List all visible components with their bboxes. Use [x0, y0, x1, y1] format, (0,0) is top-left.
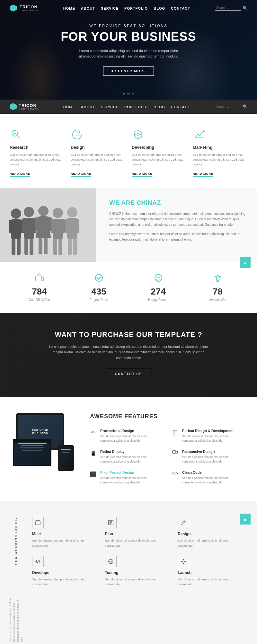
svg-point-36: [67, 207, 77, 217]
clients-number: 274: [128, 287, 188, 297]
research-desc: Sed do eiusmod temporolor sit amet, cons…: [10, 152, 64, 167]
policy-testing: Testing Sed do eiusmod tempor dolor sit …: [105, 556, 172, 587]
sticky-nav-service[interactable]: SERVICE: [101, 105, 119, 109]
brand-name: TRICON: [19, 4, 39, 9]
working-policy-section: OUR WORKING POLICY Lorem provide best se…: [0, 501, 257, 644]
logo[interactable]: TRICON CORPORATE: [10, 4, 39, 12]
svg-rect-24: [30, 239, 33, 255]
cta-description: Lorem ipsum dolor sit amet, consectetur …: [48, 344, 209, 361]
cta-title: WANT TO PURCHASE OUR TEMPLATE ?: [55, 331, 202, 339]
projects-icon: [69, 273, 128, 285]
logo-icon: [10, 4, 17, 12]
plan-desc: Sed do eiusmod tempor dolor sit amet con…: [105, 538, 172, 548]
pencil-icon: ✏: [90, 429, 96, 436]
policy-meet: Meet Sed do eiusmod tempor dolor sit ame…: [32, 517, 99, 548]
hero-dot-2[interactable]: [127, 93, 130, 94]
about-section: WE ARE CHINAZ CHINAZ is the best theme f…: [0, 188, 257, 262]
retina-icon: 📱: [90, 450, 96, 456]
retina-display-desc: Sed do eiusmod tempor olor sit amet, con…: [100, 455, 162, 464]
nav-service[interactable]: SERVICE: [101, 6, 119, 10]
sticky-logo-icon: [10, 103, 17, 110]
policy-sidebar-divider: [16, 569, 16, 594]
sticky-nav-about[interactable]: ABOUT: [81, 105, 95, 109]
about-text-1: CHINAZ is the best theme for elit, sed d…: [109, 211, 246, 227]
stat-projects: 435 Project Done: [69, 273, 128, 302]
develope-icon: [32, 556, 44, 567]
hero-dot-3[interactable]: [132, 93, 134, 94]
developing-read-more[interactable]: READ MORE: [132, 172, 152, 177]
svg-rect-33: [61, 219, 65, 233]
svg-rect-39: [75, 219, 79, 233]
policy-sidebar-desc: Lorem provide best service consectetur a…: [8, 597, 24, 642]
research-read-more[interactable]: READ MORE: [10, 172, 30, 177]
about-text-2: Lorem is a dummy text do eiusmod tempor …: [109, 231, 246, 242]
search-icon[interactable]: 🔍: [243, 6, 247, 10]
policy-develope: Develope Sed do eiusmod tempor dolor sit…: [32, 556, 99, 587]
stat-coffee: 784 Cup Off Coffee: [10, 273, 69, 302]
scroll-top-button[interactable]: ▲: [240, 257, 251, 268]
svg-line-62: [184, 521, 185, 522]
awards-number: 78: [188, 287, 247, 297]
svg-rect-21: [22, 218, 26, 233]
sticky-search-icon[interactable]: 🔍: [243, 104, 247, 109]
svg-rect-15: [9, 220, 13, 233]
sticky-nav-portfolio[interactable]: PORTFOLIO: [124, 105, 148, 109]
features-grid: Research Sed do eiusmod temporolor sit a…: [10, 128, 247, 177]
svg-point-25: [38, 206, 49, 216]
sticky-nav-contact[interactable]: CONTACT: [171, 105, 190, 109]
nav-about[interactable]: ABOUT: [81, 6, 95, 10]
search-input[interactable]: [215, 5, 241, 11]
hero-content: WE PROVIDE BEST SOLUTIONS FOR YOUR BUSIN…: [61, 24, 196, 76]
marketing-desc: Sed do eiusmod tempor olor sit amet, con…: [193, 152, 247, 167]
svg-rect-51: [173, 451, 176, 453]
svg-rect-38: [65, 219, 69, 233]
sticky-nav-blog[interactable]: BLOG: [154, 105, 165, 109]
discover-more-button[interactable]: DISCOVER MORE: [103, 66, 154, 76]
research-icon: [10, 128, 22, 141]
awesome-feature-cleancode: </> Clean Code Sed do eiusmod tempor olo…: [172, 471, 244, 485]
nav-contact[interactable]: CONTACT: [171, 6, 190, 10]
awards-label: Awards Win: [188, 298, 247, 302]
svg-line-1: [17, 136, 20, 138]
nav-home[interactable]: HOME: [63, 6, 75, 10]
contact-us-button[interactable]: CONTACT US: [106, 369, 152, 379]
meet-icon: [32, 517, 44, 528]
policy-design: Design Sed do eiusmod tempor dolor sit a…: [178, 517, 244, 548]
primary-nav: TRICON CORPORATE HOME ABOUT SERVICE PORT…: [0, 0, 257, 16]
design-policy-icon: [178, 517, 189, 528]
develope-desc: Sed do eiusmod tempor dolor sit amet con…: [32, 577, 99, 587]
hero-section: TRICON CORPORATE HOME ABOUT SERVICE PORT…: [0, 0, 257, 100]
design-read-more[interactable]: READ MORE: [71, 172, 91, 177]
svg-point-19: [24, 207, 34, 217]
hero-dots: [123, 93, 134, 94]
coffee-label: Cup Off Coffee: [10, 298, 69, 302]
awesome-feature-perfect: 📋 Perfect Design & Development Sed do ei…: [172, 429, 244, 443]
about-title: WE ARE CHINAZ: [109, 199, 246, 207]
hero-dot-1[interactable]: [123, 93, 125, 94]
sticky-nav: TRICON CORPORATE HOME ABOUT SERVICE PORT…: [0, 100, 257, 114]
svg-point-6: [137, 133, 139, 136]
marketing-read-more[interactable]: READ MORE: [193, 172, 213, 177]
nav-portfolio[interactable]: PORTFOLIO: [124, 6, 148, 10]
marketing-icon: [193, 128, 206, 141]
hero-description: Lorem consectetur adipiscing elit, sed d…: [77, 48, 180, 59]
sticky-logo[interactable]: TRICON CORPORATE: [10, 103, 39, 110]
scroll-top-button-2[interactable]: ▲: [240, 514, 251, 525]
svg-rect-17: [12, 239, 15, 255]
svg-rect-41: [73, 239, 77, 255]
svg-point-45: [156, 277, 158, 278]
svg-point-13: [11, 208, 21, 219]
responsive-icon: [172, 450, 178, 456]
svg-rect-42: [35, 276, 42, 281]
nav-blog[interactable]: BLOG: [154, 6, 165, 10]
small-tablet-mockup: [13, 439, 51, 466]
sticky-search-input[interactable]: [215, 104, 241, 109]
coffee-icon: [10, 273, 69, 285]
svg-point-4: [77, 131, 80, 133]
launch-icon: [178, 556, 189, 567]
responsive-design-desc: Sed do eiusmod tempor olor sit amet, con…: [182, 455, 244, 464]
sticky-nav-home[interactable]: HOME: [63, 105, 75, 109]
research-title: Research: [10, 145, 64, 150]
feature-developing: Developing Sed do eiusmod tempor olor si…: [132, 128, 186, 177]
policy-launch: Launch Sed do eiusmod tempor dolor sit a…: [178, 556, 244, 587]
